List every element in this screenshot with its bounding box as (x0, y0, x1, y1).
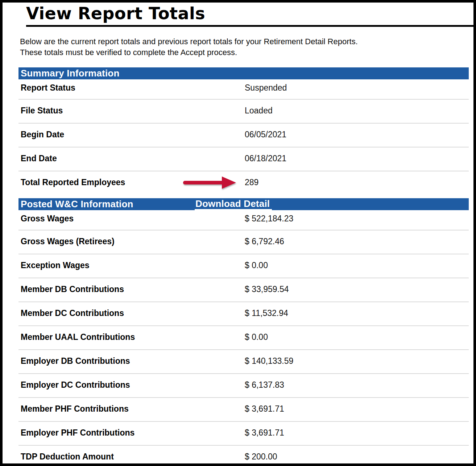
row-value: 06/05/2021 (245, 129, 286, 140)
view-report-totals-page: View Report Totals Below are the current… (0, 0, 476, 466)
row-value: $ 0.00 (245, 332, 268, 342)
title-underline: View Report Totals (26, 5, 473, 27)
row-label: Member DB Contributions (21, 284, 124, 295)
row-label: Begin Date (21, 129, 64, 140)
summary-rows: Report Status Suspended File Status (18, 79, 469, 198)
row-value: Loaded (245, 105, 273, 116)
intro-line-2: These totals must be verified to complet… (20, 47, 459, 58)
table-row: Begin Date 06/05/2021 (18, 124, 469, 147)
posted-section-header-bar: Posted W&C Information Download Detail (18, 198, 469, 210)
row-value: 06/18/2021 (245, 153, 286, 164)
table-row: Total Reported Employees 289 (18, 171, 469, 198)
table-row: Member UAAL Contributions $ 0.00 (18, 326, 469, 350)
row-value: $ 33,959.54 (245, 284, 289, 295)
table-row: End Date 06/18/2021 (18, 147, 469, 171)
summary-information-section: Summary Information Report Status Suspen… (18, 67, 469, 198)
row-label: Employer PHF Contributions (21, 427, 134, 438)
row-value: $ 140,133.59 (245, 355, 293, 366)
posted-wc-information-section: Posted W&C Information Download Detail G… (18, 198, 469, 464)
table-row: File Status Loaded (18, 100, 469, 124)
row-label: Report Status (21, 82, 75, 93)
row-label: Gross Wages (21, 213, 74, 224)
row-label: Member UAAL Contributions (21, 332, 135, 342)
row-label: Total Reported Employees (21, 177, 125, 188)
intro-text: Below are the current report totals and … (20, 36, 459, 58)
table-row: Member DB Contributions $ 33,959.54 (18, 278, 469, 302)
row-value: Suspended (245, 82, 287, 93)
row-label: Gross Wages (Retirees) (21, 236, 115, 247)
table-row: Report Status Suspended (18, 79, 469, 100)
table-row: Gross Wages (Retirees) $ 6,792.46 (18, 230, 469, 254)
row-value: $ 6,137.83 (245, 379, 284, 390)
summary-section-header-bar: Summary Information (18, 67, 469, 79)
row-label: Employer DB Contributions (21, 355, 130, 366)
row-label: TDP Deduction Amount (21, 451, 114, 462)
row-label: End Date (21, 153, 57, 164)
table-row: Gross Wages $ 522,184.23 (18, 210, 469, 230)
row-label: Member DC Contributions (21, 308, 124, 319)
posted-section-title: Posted W&C Information (18, 199, 133, 210)
table-row: Employer DC Contributions $ 6,137.83 (18, 374, 469, 398)
row-value: $ 0.00 (245, 260, 268, 271)
row-value: $ 6,792.46 (245, 236, 284, 247)
row-value: $ 3,691.71 (245, 403, 284, 414)
table-row: Employer PHF Contributions $ 3,691.71 (18, 422, 469, 446)
summary-section-title: Summary Information (18, 68, 120, 79)
posted-rows: Gross Wages $ 522,184.23 Gross Wages (Re… (18, 210, 469, 464)
row-value: $ 522,184.23 (245, 213, 293, 224)
row-value: $ 11,532.94 (245, 308, 288, 319)
row-label: Employer DC Contributions (21, 379, 130, 390)
download-detail-link[interactable]: Download Detail (195, 198, 272, 211)
row-label: File Status (21, 105, 63, 116)
row-value: $ 3,691.71 (245, 427, 284, 438)
row-value: 289 (245, 177, 258, 188)
table-row: Member DC Contributions $ 11,532.94 (18, 302, 469, 326)
intro-line-1: Below are the current report totals and … (20, 36, 459, 47)
red-arrow-icon (182, 176, 237, 190)
page-title: View Report Totals (26, 5, 473, 22)
row-label: Member PHF Contributions (21, 403, 129, 414)
row-label: Exception Wages (21, 260, 90, 271)
table-row: Employer DB Contributions $ 140,133.59 (18, 350, 469, 374)
row-value: $ 200.00 (245, 451, 277, 462)
table-row: TDP Deduction Amount $ 200.00 (18, 446, 469, 464)
table-row: Exception Wages $ 0.00 (18, 254, 469, 278)
table-row: Member PHF Contributions $ 3,691.71 (18, 398, 469, 422)
